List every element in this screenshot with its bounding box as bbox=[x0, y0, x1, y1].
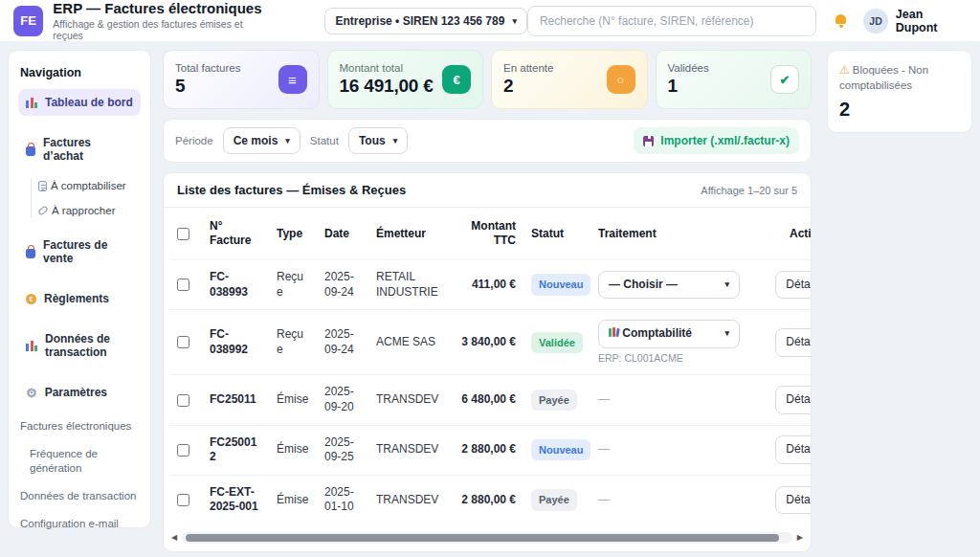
invoice-table: N° Facture Type Date Émetteur Montant TT… bbox=[169, 208, 811, 524]
sidebar-link-transaction-data[interactable]: Données de transaction bbox=[20, 489, 139, 503]
invoice-amount: 411,00 € bbox=[449, 260, 523, 310]
search-input[interactable] bbox=[527, 6, 816, 36]
invoice-type: Émise bbox=[269, 425, 317, 475]
invoice-amount: 3 840,00 € bbox=[449, 310, 523, 375]
sidebar-subgroup: À comptabiliser À rapprocher bbox=[31, 179, 141, 218]
stat-text: Validées 1 bbox=[668, 62, 709, 97]
sidebar-link-generation-frequency[interactable]: Fréquence de génération bbox=[30, 447, 139, 476]
company-select[interactable]: Entreprise • SIREN 123 456 789 ▾ bbox=[324, 8, 527, 34]
stat-label: En attente bbox=[503, 62, 553, 74]
sidebar-item-label: Paramètres bbox=[45, 386, 107, 399]
sidebar-item-dashboard[interactable]: Tableau de bord bbox=[18, 89, 141, 116]
stat-card-pending: En attente 2 ○ bbox=[491, 50, 648, 109]
table-header-bar: Liste des factures — Émises & Reçues Aff… bbox=[164, 173, 811, 208]
sidebar-item-transaction-data[interactable]: Données de transaction bbox=[18, 325, 141, 366]
stat-card-total-invoices: Total factures 5 ≡ bbox=[163, 50, 320, 109]
stat-card-total-amount: Montant total 16 491,00 € € bbox=[327, 50, 484, 109]
scrollbar-thumb[interactable] bbox=[186, 534, 779, 542]
gear-icon: ⚙ bbox=[26, 387, 37, 399]
import-button-label: Importer (.xml/.factur-x) bbox=[660, 134, 790, 147]
status-select[interactable]: Tous ▾ bbox=[348, 127, 408, 154]
notification-bell-icon[interactable] bbox=[835, 14, 846, 28]
floppy-disk-icon bbox=[643, 136, 654, 146]
treatment-empty: — bbox=[598, 493, 610, 506]
bar-chart-icon bbox=[26, 97, 37, 108]
stat-label: Validées bbox=[668, 62, 709, 74]
invoice-issuer: TRANSDEV bbox=[368, 425, 449, 475]
app-header: FE ERP — Factures électroniques Affichag… bbox=[0, 0, 980, 42]
app-logo: FE bbox=[13, 6, 43, 36]
scrollbar-track[interactable] bbox=[182, 532, 792, 544]
details-button[interactable]: Détails bbox=[775, 271, 811, 300]
row-checkbox[interactable] bbox=[177, 494, 189, 506]
table-row: FC-038993 Reçue 2025-09-24 RETAIL INDUST… bbox=[169, 260, 811, 310]
title-block: ERP — Factures électroniques Affichage &… bbox=[53, 0, 271, 40]
stat-value: 5 bbox=[175, 76, 240, 97]
select-all-checkbox[interactable] bbox=[177, 228, 189, 240]
period-select[interactable]: Ce mois ▾ bbox=[223, 127, 301, 154]
table-row: FC-EXT-2025-001 Émise 2025-01-10 TRANSDE… bbox=[169, 475, 811, 524]
company-select-value: Entreprise • SIREN 123 456 789 bbox=[335, 14, 504, 28]
sidebar-item-payments[interactable]: € Règlements bbox=[18, 285, 141, 312]
import-button[interactable]: Importer (.xml/.factur-x) bbox=[634, 127, 799, 154]
invoice-number: FC-038993 bbox=[202, 260, 269, 310]
avatar[interactable]: JD bbox=[863, 9, 887, 33]
details-button[interactable]: Détails bbox=[775, 386, 811, 414]
blocked-value: 2 bbox=[839, 99, 960, 121]
invoice-number: FC250012 bbox=[202, 425, 269, 475]
sidebar-link-email-config[interactable]: Configuration e-mail bbox=[20, 517, 139, 531]
stat-value: 16 491,00 € bbox=[340, 76, 434, 97]
treatment-select-value: Comptabilité bbox=[622, 326, 692, 340]
blocked-label: Bloquées - Non comptabilisées bbox=[839, 64, 928, 91]
invoice-issuer: ACME SAS bbox=[368, 310, 449, 375]
paging-info: Affichage 1–20 sur 5 bbox=[701, 185, 797, 196]
user-name: Jean Dupont bbox=[896, 8, 967, 34]
status-badge: Payée bbox=[531, 390, 577, 411]
details-button[interactable]: Détails bbox=[775, 486, 811, 515]
status-label: Statut bbox=[310, 135, 339, 146]
row-checkbox[interactable] bbox=[177, 394, 189, 407]
table-row: FC-038992 Reçue 2025-09-24 ACME SAS 3 84… bbox=[169, 310, 811, 375]
table-row: FC250012 Émise 2025-09-25 TRANSDEV 2 880… bbox=[169, 425, 811, 475]
row-checkbox[interactable] bbox=[177, 444, 189, 457]
sidebar-item-settings[interactable]: ⚙ Paramètres bbox=[18, 379, 141, 406]
col-treatment: Traitement bbox=[590, 208, 751, 260]
invoice-issuer: TRANSDEV bbox=[368, 375, 449, 425]
sidebar-item-to-reconcile[interactable]: À rapprocher bbox=[38, 204, 141, 219]
sidebar-subitem-label: À rapprocher bbox=[52, 205, 115, 216]
table-head-row: N° Facture Type Date Émetteur Montant TT… bbox=[169, 208, 811, 260]
treatment-select[interactable]: — Choisir — ▾ bbox=[598, 271, 740, 300]
details-button[interactable]: Détails bbox=[775, 328, 811, 357]
invoice-amount: 2 880,00 € bbox=[449, 475, 523, 524]
invoice-date: 2025-09-24 bbox=[317, 310, 368, 375]
treatment-select[interactable]: Comptabilité ▾ bbox=[598, 320, 740, 348]
row-checkbox[interactable] bbox=[177, 336, 189, 348]
scroll-right-icon[interactable]: ▶ bbox=[797, 534, 803, 542]
sidebar-item-to-post[interactable]: À comptabiliser bbox=[38, 179, 141, 194]
col-issuer: Émetteur bbox=[368, 208, 449, 260]
right-column: ⚠Bloquées - Non comptabilisées 2 bbox=[827, 50, 972, 133]
details-button[interactable]: Détails bbox=[775, 435, 811, 464]
invoice-date: 2025-01-10 bbox=[317, 475, 368, 524]
sidebar-item-label: Données de transaction bbox=[45, 332, 133, 359]
stat-label: Montant total bbox=[340, 62, 434, 74]
blocked-header: ⚠Bloquées - Non comptabilisées bbox=[839, 62, 960, 93]
col-date: Date bbox=[317, 208, 368, 260]
horizontal-scrollbar: ◀ ▶ bbox=[171, 532, 803, 544]
col-actions: Actions bbox=[751, 208, 811, 260]
chevron-down-icon: ▾ bbox=[512, 16, 517, 26]
sidebar-link-electronic-invoices[interactable]: Factures électroniques bbox=[20, 419, 139, 434]
stat-value: 2 bbox=[503, 76, 553, 97]
stat-text: Montant total 16 491,00 € bbox=[340, 62, 434, 97]
sidebar-item-label: Tableau de bord bbox=[45, 96, 133, 109]
status-badge: Payée bbox=[531, 489, 577, 510]
sidebar-item-purchase-invoices[interactable]: Factures d’achat bbox=[18, 129, 141, 169]
row-checkbox[interactable] bbox=[177, 278, 189, 291]
period-select-value: Ce mois bbox=[234, 134, 278, 147]
page-subtitle: Affichage & gestion des factures émises … bbox=[53, 18, 271, 41]
scroll-left-icon[interactable]: ◀ bbox=[171, 534, 177, 542]
sidebar-item-sales-invoices[interactable]: Factures de vente bbox=[18, 232, 141, 272]
chevron-down-icon: ▾ bbox=[285, 136, 290, 145]
invoice-amount: 6 480,00 € bbox=[449, 375, 523, 425]
chevron-down-icon: ▾ bbox=[393, 136, 398, 145]
